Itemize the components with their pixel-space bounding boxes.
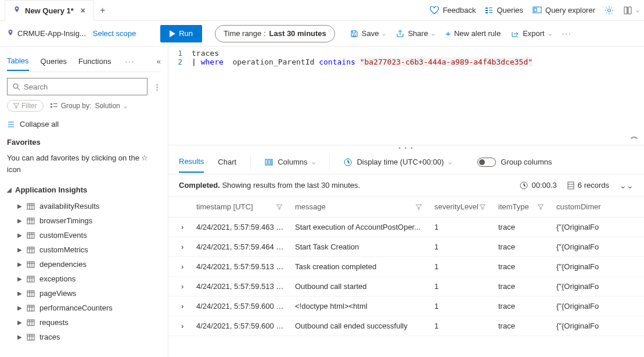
drag-handle[interactable]: • • • (168, 145, 644, 150)
display-time-button[interactable]: Display time (UTC+00:00) ⌵ (344, 158, 452, 166)
side-tab-functions[interactable]: Functions (78, 52, 111, 70)
export-button[interactable]: Export ⌵ (511, 29, 552, 38)
tree-item-browserTimings[interactable]: ▶browserTimings (7, 213, 161, 228)
docs-button[interactable]: ⌵ (623, 6, 639, 15)
results-tab[interactable]: Results (179, 151, 204, 173)
caret-right-icon: ▶ (17, 261, 22, 267)
close-icon[interactable]: × (81, 6, 85, 15)
run-button[interactable]: Run (160, 25, 202, 42)
table-icon (27, 276, 35, 283)
group-by-dropdown[interactable]: Group by: Solution ⌵ (51, 102, 127, 110)
feedback-button[interactable]: Feedback (430, 6, 476, 15)
svg-rect-18 (27, 233, 34, 238)
code-area[interactable]: traces | where operation_ParentId contai… (186, 47, 533, 145)
col-header-severity[interactable]: severityLevel (430, 202, 494, 211)
expand-results-button[interactable]: ⌄⌄ (620, 181, 634, 190)
filter-button[interactable]: Filter (7, 100, 44, 112)
settings-button[interactable] (605, 6, 614, 15)
col-header-message[interactable]: message (290, 202, 430, 211)
scope-resource[interactable]: CRMUE-App-Insig... (7, 29, 86, 38)
more-tabs-button[interactable]: ··· (125, 57, 135, 66)
chart-tab[interactable]: Chart (218, 152, 236, 172)
heart-icon (430, 6, 439, 15)
table-icon (27, 334, 35, 341)
new-alert-button[interactable]: + New alert rule (445, 28, 501, 38)
col-header-timestamp[interactable]: timestamp [UTC] (192, 202, 290, 211)
table-icon (27, 290, 35, 297)
svg-rect-21 (27, 276, 34, 282)
queries-button[interactable]: Queries (485, 6, 523, 15)
expand-row-button[interactable]: › (181, 223, 184, 231)
table-row[interactable]: ›4/24/2021, 5:57:59.600 P...<!doctype ht… (168, 297, 644, 316)
expand-row-button[interactable]: › (181, 322, 184, 330)
tree-group-app-insights[interactable]: ◢ Application Insights (7, 185, 161, 194)
pin-icon (7, 30, 14, 38)
col-header-custom[interactable]: customDimer (552, 202, 644, 211)
expand-row-button[interactable]: › (181, 242, 184, 251)
tab-new-query[interactable]: New Query 1* × (5, 0, 94, 21)
expand-row-button[interactable]: › (181, 282, 184, 291)
tree-item-label: customEvents (39, 231, 87, 240)
time-range-picker[interactable]: Time range : Last 30 minutes (215, 25, 335, 42)
expand-row-button[interactable]: › (181, 302, 184, 310)
expand-row-button[interactable]: › (181, 262, 184, 271)
cell-message: Task creation completed (290, 262, 430, 271)
share-button[interactable]: Share ⌵ (396, 29, 435, 38)
tree-item-customMetrics[interactable]: ▶customMetrics (7, 242, 161, 257)
table-row[interactable]: ›4/24/2021, 5:57:59.513 PMOutbound call … (168, 277, 644, 297)
cell-message: Start Task Creation (290, 242, 430, 251)
scope-bar: CRMUE-App-Insig... Select scope Run Time… (0, 21, 644, 47)
caret-down-icon: ◢ (7, 187, 12, 193)
cell-itemtype: trace (494, 322, 552, 330)
chevron-down-icon: ⌵ (636, 7, 639, 13)
tree-item-label: performanceCounters (39, 304, 113, 312)
sidebar: Tables Queries Functions ··· « ⋮ Filter … (0, 47, 168, 357)
columns-button[interactable]: Columns ⌵ (265, 158, 315, 166)
search-input[interactable] (24, 83, 142, 91)
table-row[interactable]: ›4/24/2021, 5:57:59.463 P...Start execut… (168, 217, 644, 237)
save-button[interactable]: Save ⌵ (350, 29, 386, 38)
table-row[interactable]: ›4/24/2021, 5:57:59.464 P...Start Task C… (168, 237, 644, 257)
filter-icon[interactable] (276, 204, 282, 210)
select-scope-link[interactable]: Select scope (93, 29, 136, 38)
table-row[interactable]: ›4/24/2021, 5:57:59.600 P...Outbound cal… (168, 316, 644, 336)
filter-icon[interactable] (538, 204, 544, 210)
filter-icon[interactable] (416, 204, 422, 210)
cell-severity: 1 (430, 262, 494, 271)
group-columns-toggle[interactable]: Group columns (477, 158, 552, 167)
side-tab-queries[interactable]: Queries (41, 52, 67, 70)
scroll-up-icon[interactable]: ︽ (631, 131, 638, 141)
tree-item-availabilityResults[interactable]: ▶availabilityResults (7, 199, 161, 213)
collapse-all-button[interactable]: Collapse all (7, 120, 161, 128)
filter-icon (13, 103, 19, 109)
filter-icon[interactable] (480, 204, 485, 210)
search-icon (12, 83, 20, 91)
table-icon (27, 217, 35, 224)
clock-icon (344, 158, 352, 166)
tree-item-requests[interactable]: ▶requests (7, 315, 161, 330)
table-icon (27, 247, 35, 254)
collapse-sidebar-button[interactable]: « (157, 57, 161, 66)
tree-item-label: pageViews (39, 289, 76, 298)
cell-itemtype: trace (494, 302, 552, 310)
side-tab-tables[interactable]: Tables (7, 52, 29, 71)
tree-item-label: customMetrics (39, 245, 88, 254)
table-icon (27, 203, 35, 210)
tree-item-label: browserTimings (39, 216, 92, 225)
more-button[interactable]: ··· (562, 29, 572, 38)
tree-item-traces[interactable]: ▶traces (7, 330, 161, 344)
search-more-button[interactable]: ⋮ (153, 83, 161, 91)
add-tab-button[interactable]: + (100, 5, 105, 16)
svg-rect-4 (489, 10, 492, 10)
table-row[interactable]: ›4/24/2021, 5:57:59.513 PMTask creation … (168, 257, 644, 277)
tree-item-customEvents[interactable]: ▶customEvents (7, 228, 161, 242)
tree-item-dependencies[interactable]: ▶dependencies (7, 257, 161, 272)
cell-custom: {"{OriginalFo (552, 223, 644, 231)
table-icon (27, 319, 35, 326)
query-editor[interactable]: 1 2 traces | where operation_ParentId co… (168, 47, 644, 145)
query-explorer-button[interactable]: Query explorer (533, 6, 595, 15)
tree-item-performanceCounters[interactable]: ▶performanceCounters (7, 301, 161, 315)
tree-item-exceptions[interactable]: ▶exceptions (7, 272, 161, 286)
tree-item-pageViews[interactable]: ▶pageViews (7, 286, 161, 301)
col-header-itemtype[interactable]: itemType (494, 202, 552, 211)
